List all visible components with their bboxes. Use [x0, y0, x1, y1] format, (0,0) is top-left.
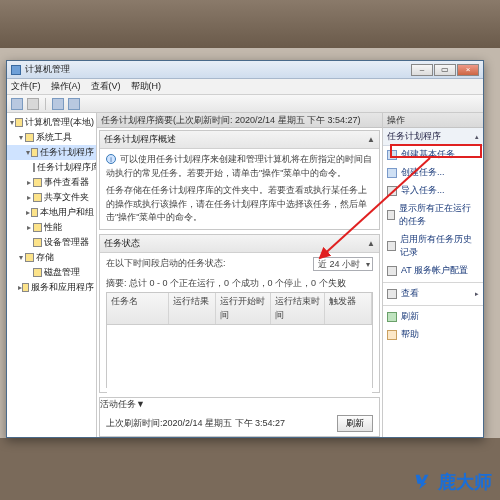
action-help[interactable]: 帮助: [383, 326, 483, 344]
watermark: 鹿大师: [412, 470, 492, 494]
action-refresh[interactable]: 刷新: [383, 308, 483, 326]
toolbar-separator: [45, 98, 46, 110]
action-import-task[interactable]: 导入任务...: [383, 182, 483, 200]
task-list-header[interactable]: 任务名 运行结果 运行开始时间 运行结束时间 触发器: [107, 293, 372, 325]
col-name[interactable]: 任务名: [107, 293, 169, 324]
maximize-button[interactable]: ▭: [434, 64, 456, 76]
refresh-icon[interactable]: [52, 98, 64, 110]
view-icon: [387, 289, 397, 299]
actions-separator: [383, 305, 483, 306]
watermark-icon: [412, 471, 434, 493]
content-pane: 任务计划程序摘要(上次刷新时间: 2020/2/14 星期五 下午 3:54:2…: [97, 113, 383, 437]
col-result[interactable]: 运行结果: [169, 293, 216, 324]
status-header[interactable]: 任务状态▲: [100, 235, 379, 253]
overview-panel: 任务计划程序概述▲ i可以使用任务计划程序来创建和管理计算机将在所指定的时间自动…: [99, 130, 380, 230]
last-refresh-text: 上次刷新时间:2020/2/14 星期五 下午 3:54:27: [106, 417, 285, 430]
tree-task-scheduler[interactable]: ▾任务计划程序: [7, 145, 96, 160]
col-trigger[interactable]: 触发器: [325, 293, 372, 324]
refresh-button[interactable]: 刷新: [337, 415, 373, 432]
refresh-icon: [387, 312, 397, 322]
toolbar: [7, 95, 483, 113]
menubar: 文件(F) 操作(A) 查看(V) 帮助(H): [7, 79, 483, 95]
tree-root[interactable]: ▾计算机管理(本地): [7, 115, 96, 130]
tree-services-apps[interactable]: ▸服务和应用程序: [7, 280, 96, 295]
highlight-box: [390, 144, 482, 158]
status-body: 在以下时间段启动的任务状态: 近 24 小时 摘要: 总计 0 - 0 个正在运…: [100, 253, 379, 393]
running-icon: [387, 210, 395, 220]
watermark-text: 鹿大师: [438, 470, 492, 494]
actions-pane: 操作 任务计划程序▴ 创建基本任务... 创建任务... 导入任务... 显示所…: [383, 113, 483, 437]
tree-system-tools[interactable]: ▾系统工具: [7, 130, 96, 145]
history-icon: [387, 241, 396, 251]
gear-icon: [387, 266, 397, 276]
col-end[interactable]: 运行结束时间: [271, 293, 326, 324]
minimize-button[interactable]: –: [411, 64, 433, 76]
tree-storage[interactable]: ▾存储: [7, 250, 96, 265]
status-range-label: 在以下时间段启动的任务状态:: [106, 258, 226, 268]
nav-tree[interactable]: ▾计算机管理(本地) ▾系统工具 ▾任务计划程序 任务计划程序库 ▸事件查看器 …: [7, 113, 97, 437]
overview-body: i可以使用任务计划程序来创建和管理计算机将在所指定的时间自动执行的常见任务。若要…: [100, 149, 379, 229]
tree-event-viewer[interactable]: ▸事件查看器: [7, 175, 96, 190]
tree-local-users[interactable]: ▸本地用户和组: [7, 205, 96, 220]
mmc-window: 计算机管理 – ▭ × 文件(F) 操作(A) 查看(V) 帮助(H) ▾计算机…: [6, 60, 484, 438]
action-view[interactable]: 查看▸: [383, 285, 483, 303]
range-combo[interactable]: 近 24 小时: [313, 257, 373, 271]
content-header: 任务计划程序摘要(上次刷新时间: 2020/2/14 星期五 下午 3:54:2…: [97, 113, 382, 128]
task-list-body: [107, 325, 372, 403]
menu-file[interactable]: 文件(F): [11, 80, 41, 93]
app-icon: [11, 65, 21, 75]
active-tasks-panel: 活动任务▼ 上次刷新时间:2020/2/14 星期五 下午 3:54:27 刷新: [99, 397, 380, 437]
overview-header[interactable]: 任务计划程序概述▲: [100, 131, 379, 149]
forward-icon[interactable]: [27, 98, 39, 110]
window-title: 计算机管理: [25, 63, 70, 76]
actions-head: 操作: [383, 113, 483, 128]
info-icon: i: [106, 154, 116, 164]
col-start[interactable]: 运行开始时间: [216, 293, 271, 324]
action-show-running[interactable]: 显示所有正在运行的任务: [383, 200, 483, 231]
task-icon: [387, 168, 397, 178]
help-icon[interactable]: [68, 98, 80, 110]
menu-action[interactable]: 操作(A): [51, 80, 81, 93]
actions-separator: [383, 282, 483, 283]
task-list[interactable]: 任务名 运行结果 运行开始时间 运行结束时间 触发器: [106, 292, 373, 388]
tree-disk-management[interactable]: 磁盘管理: [7, 265, 96, 280]
back-icon[interactable]: [11, 98, 23, 110]
tree-performance[interactable]: ▸性能: [7, 220, 96, 235]
action-enable-history[interactable]: 启用所有任务历史记录: [383, 231, 483, 262]
titlebar[interactable]: 计算机管理 – ▭ ×: [7, 61, 483, 79]
action-create-task[interactable]: 创建任务...: [383, 164, 483, 182]
menu-help[interactable]: 帮助(H): [131, 80, 162, 93]
status-panel: 任务状态▲ 在以下时间段启动的任务状态: 近 24 小时 摘要: 总计 0 - …: [99, 234, 380, 394]
tree-task-library[interactable]: 任务计划程序库: [7, 160, 96, 175]
status-summary: 摘要: 总计 0 - 0 个正在运行，0 个成功，0 个停止，0 个失败: [106, 277, 373, 291]
help-icon: [387, 330, 397, 340]
close-button[interactable]: ×: [457, 64, 479, 76]
active-header[interactable]: 活动任务▼: [100, 398, 379, 411]
action-at-config[interactable]: AT 服务帐户配置: [383, 262, 483, 280]
tree-device-manager[interactable]: 设备管理器: [7, 235, 96, 250]
menu-view[interactable]: 查看(V): [91, 80, 121, 93]
tree-shared-folders[interactable]: ▸共享文件夹: [7, 190, 96, 205]
import-icon: [387, 186, 397, 196]
